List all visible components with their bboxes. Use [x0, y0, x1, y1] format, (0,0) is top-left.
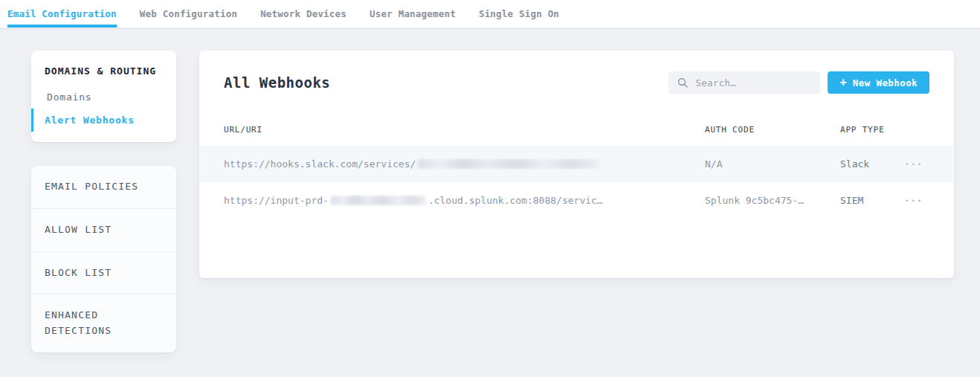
- sidebar-item-domains[interactable]: Domains: [31, 86, 176, 109]
- table-row: https://input-prd- .cloud.splunk.com:808…: [199, 182, 954, 219]
- webhook-url-cell: https://input-prd- .cloud.splunk.com:808…: [224, 195, 705, 206]
- page-title: All Webhooks: [224, 74, 330, 91]
- redacted-blur: [418, 159, 599, 169]
- column-header-auth-code: AUTH CODE: [705, 125, 840, 135]
- sidebar-item-enhanced-detections[interactable]: ENHANCED DETECTIONS: [31, 294, 176, 352]
- redacted-blur: [331, 196, 426, 205]
- auth-code-cell: N/A: [705, 158, 840, 170]
- app-type-cell: SIEM: [840, 195, 898, 206]
- tab-single-sign-on[interactable]: Single Sign On: [479, 0, 559, 28]
- domains-routing-card: DOMAINS & ROUTING Domains Alert Webhooks: [31, 51, 176, 142]
- top-nav: Email Configuration Web Configuration Ne…: [0, 0, 980, 28]
- search-box[interactable]: [668, 71, 820, 94]
- search-icon: [677, 77, 688, 88]
- panel-header: All Webhooks + New Webhook: [199, 51, 954, 113]
- table-header-row: URL/URI AUTH CODE APP TYPE: [199, 113, 954, 146]
- tab-network-devices[interactable]: Network Devices: [260, 0, 346, 28]
- table-row: https://hooks.slack.com/services/ N/A Sl…: [199, 146, 954, 182]
- new-webhook-label: New Webhook: [853, 77, 918, 88]
- app-type-cell: Slack: [840, 158, 898, 170]
- tab-web-configuration[interactable]: Web Configuration: [140, 0, 237, 28]
- row-menu-icon[interactable]: •••: [898, 161, 923, 168]
- search-input[interactable]: [694, 77, 811, 89]
- sidebar-sections-card: EMAIL POLICIES ALLOW LIST BLOCK LIST ENH…: [31, 166, 176, 352]
- webhook-url-text: https://hooks.slack.com/services/: [224, 158, 416, 170]
- tab-email-configuration[interactable]: Email Configuration: [7, 0, 117, 28]
- webhook-url-cell: https://hooks.slack.com/services/: [224, 158, 705, 170]
- sidebar-item-alert-webhooks[interactable]: Alert Webhooks: [31, 109, 176, 132]
- sidebar-item-block-list[interactable]: BLOCK LIST: [31, 252, 176, 295]
- sidebar-item-email-policies[interactable]: EMAIL POLICIES: [31, 166, 176, 209]
- webhook-url-text: https://input-prd-: [224, 195, 329, 206]
- webhook-url-text: .cloud.splunk.com:8088/servic…: [428, 195, 603, 206]
- auth-code-cell: Splunk 9c5bc475-…: [705, 195, 840, 206]
- tab-user-management[interactable]: User Management: [370, 0, 456, 28]
- column-header-url: URL/URI: [224, 125, 705, 135]
- page-body: DOMAINS & ROUTING Domains Alert Webhooks…: [0, 28, 980, 352]
- row-menu-icon[interactable]: •••: [898, 197, 923, 204]
- panel-controls: + New Webhook: [668, 71, 929, 94]
- new-webhook-button[interactable]: + New Webhook: [828, 71, 929, 94]
- sidebar-item-allow-list[interactable]: ALLOW LIST: [31, 209, 176, 252]
- domains-routing-heading: DOMAINS & ROUTING: [31, 65, 176, 77]
- plus-icon: +: [839, 77, 846, 88]
- webhooks-panel: All Webhooks + New Webhook URL/URI AUTH …: [199, 51, 954, 278]
- column-header-app-type: APP TYPE: [840, 125, 898, 135]
- sidebar: DOMAINS & ROUTING Domains Alert Webhooks…: [31, 51, 176, 352]
